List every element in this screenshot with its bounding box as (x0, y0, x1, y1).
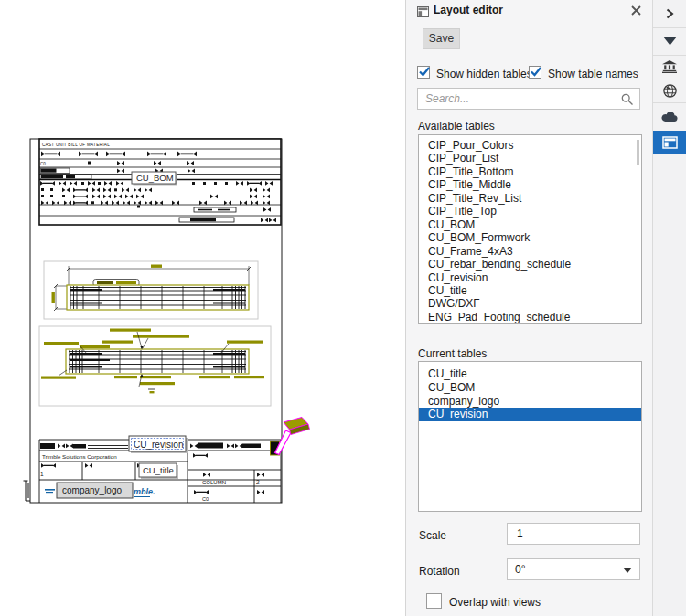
cloud-button[interactable] (653, 102, 686, 131)
sheet-clip-mark (24, 481, 31, 501)
filter-triangle-button[interactable] (653, 27, 686, 56)
cell-type: COLUMN (202, 480, 226, 485)
logo-fragment: mble. (134, 487, 155, 496)
rotation-dropdown[interactable]: 0° (507, 558, 640, 580)
current-table-item-selected[interactable]: CU_revision (419, 408, 641, 421)
organizer-button[interactable] (653, 55, 686, 79)
available-table-item[interactable]: CU_title (419, 284, 641, 297)
available-table-item[interactable]: DWG/DXF (419, 297, 641, 310)
available-table-item[interactable]: CU_Frame_4xA3 (419, 245, 641, 258)
beam-view-annotated (39, 326, 271, 406)
bank-icon (662, 60, 677, 73)
available-table-item[interactable]: CIP_Pour_List (419, 152, 641, 165)
available-table-item[interactable]: ENG_Pad_Footing_schedule (419, 311, 641, 324)
available-table-item[interactable]: CU_BOM_Formwork (419, 231, 641, 244)
save-button[interactable]: Save (423, 28, 460, 49)
available-table-item[interactable]: CIP_Pour_Colors (419, 139, 641, 152)
dim-text-blur (151, 265, 162, 268)
overlap-with-views-label: Overlap with views (449, 596, 541, 609)
current-table-item[interactable]: company_logo (419, 395, 641, 409)
side-pane-toolbar (652, 0, 686, 616)
panel-title: Layout editor (434, 4, 503, 16)
scale-label: Scale (419, 529, 446, 542)
available-table-item[interactable]: CIP_Title_Bottom (419, 165, 641, 178)
available-table-item[interactable]: CU_rebar_bending_schedule (419, 258, 641, 271)
tag-cu-title[interactable]: CU_title (139, 463, 178, 479)
available-tables-list: CIP_Pour_Colors CIP_Pour_List CIP_Title_… (418, 134, 642, 324)
available-table-item[interactable]: CU_BOM (419, 218, 641, 231)
available-table-item[interactable]: CIP_Title_Top (419, 205, 641, 218)
search-input[interactable] (423, 90, 616, 108)
show-hidden-tables-label: Show hidden tables (436, 68, 532, 80)
show-table-names-label: Show table names (548, 68, 638, 80)
available-table-item[interactable]: CIP_Title_Rev_List (419, 192, 641, 205)
rotation-value: 0° (508, 559, 639, 579)
cell-mark: C0 (202, 496, 209, 502)
scale-input[interactable] (515, 525, 625, 543)
globe-icon (663, 84, 677, 98)
checkmark-icon (418, 66, 431, 78)
bom-table-title: CAST UNIT BILL OF MATERIAL (42, 143, 110, 147)
table-move-handle[interactable] (271, 418, 310, 456)
current-tables-list: CU_title CU_BOM company_logo CU_revision (418, 361, 642, 512)
svg-text:CU_title: CU_title (143, 465, 174, 475)
available-table-item[interactable]: CU_revision (419, 271, 641, 284)
layout-editor-tab-active[interactable] (653, 131, 686, 154)
show-table-names-checkbox[interactable] (529, 66, 541, 79)
rotation-label: Rotation (419, 565, 460, 578)
drawing-canvas: CAST UNIT BILL OF MATERIAL C0 (0, 0, 405, 616)
beam-view-elevation (44, 261, 258, 319)
collapse-panel-button[interactable] (653, 0, 686, 28)
chevron-down-icon (623, 568, 632, 573)
scrollbar-thumb[interactable] (637, 140, 639, 165)
search-box (417, 88, 640, 110)
svg-text:CU_BOM: CU_BOM (136, 173, 174, 183)
layout-editor-panel: Layout editor Save Show hidden tables Sh… (405, 0, 652, 616)
reference-models-button[interactable] (653, 79, 686, 103)
view-scale-blur (150, 391, 155, 393)
tag-cu-revision[interactable]: CU_revision (129, 436, 188, 453)
logo-text-blur (46, 492, 53, 493)
cell-right-number: 2 (256, 479, 260, 485)
scale-field (507, 523, 640, 545)
tag-cu-bom[interactable]: CU_BOM (132, 172, 177, 186)
bom-row-mark: C0 (40, 162, 46, 166)
logo-text-blur (45, 489, 55, 491)
search-icon (621, 93, 634, 106)
available-table-item[interactable]: CIP_Title_Middle (419, 178, 641, 191)
close-icon (630, 5, 642, 16)
current-table-item[interactable]: CU_title (419, 367, 641, 381)
cell-left-number: 1 (40, 471, 44, 477)
close-button[interactable] (630, 4, 645, 18)
checkmark-icon (530, 66, 542, 78)
svg-text:company_logo: company_logo (62, 485, 122, 495)
company-name: Trimble Solutions Corporation (42, 453, 117, 460)
show-hidden-tables-checkbox[interactable] (417, 66, 430, 79)
chevron-right-icon (664, 8, 675, 19)
current-table-item[interactable]: CU_BOM (419, 381, 641, 395)
dim-text-blur (52, 292, 55, 303)
available-tables-label: Available tables (418, 120, 495, 133)
triangle-down-icon (663, 37, 677, 46)
cloud-icon (661, 112, 678, 122)
svg-text:CU_revision: CU_revision (134, 440, 183, 450)
overlap-with-views-checkbox[interactable] (426, 593, 442, 609)
tag-company-logo[interactable]: company_logo (57, 483, 133, 498)
layout-editor-icon (662, 136, 678, 149)
layout-editor-icon (417, 5, 429, 21)
current-tables-label: Current tables (418, 347, 487, 360)
